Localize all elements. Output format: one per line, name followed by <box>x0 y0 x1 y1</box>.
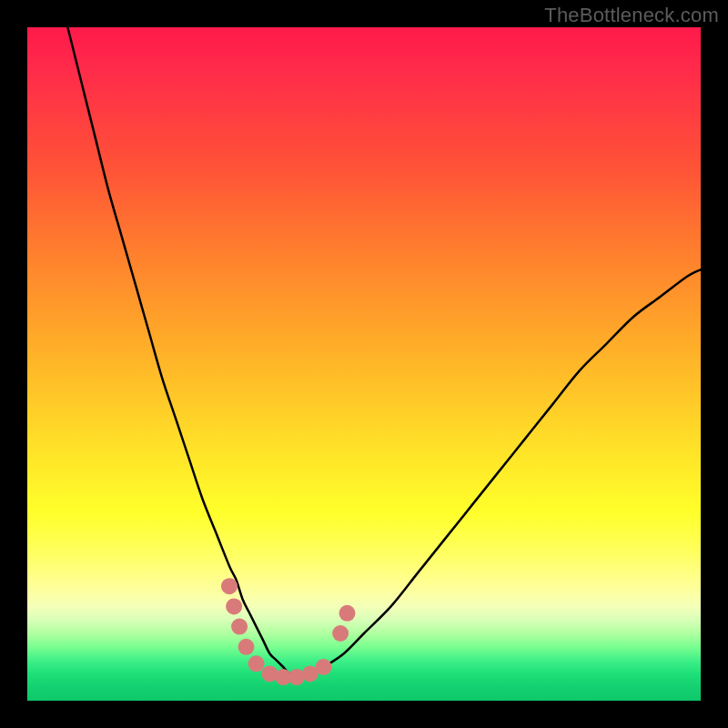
watermark-text: TheBottleneck.com <box>544 4 719 27</box>
plot-area <box>27 27 701 701</box>
marker-dot <box>332 625 349 642</box>
marker-dot <box>226 598 242 614</box>
marker-dot <box>231 619 248 635</box>
marker-dot <box>248 655 265 672</box>
marker-dot <box>339 605 356 622</box>
marker-dot <box>316 659 332 675</box>
marker-dot <box>221 578 238 594</box>
marker-dot <box>238 639 255 655</box>
chart-frame: TheBottleneck.com <box>0 0 728 728</box>
curve-layer <box>27 27 701 701</box>
bottleneck-curve <box>67 27 701 674</box>
